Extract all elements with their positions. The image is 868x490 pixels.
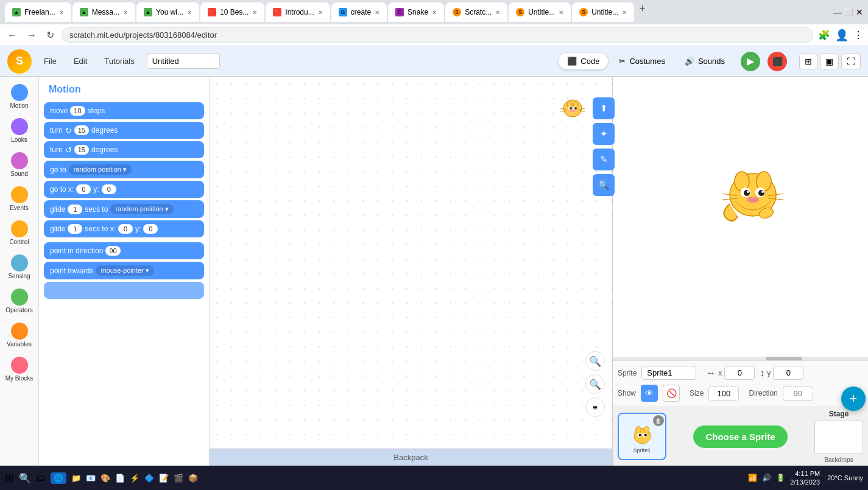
notepad-taskbar-icon[interactable]: 📝	[159, 474, 169, 483]
tab-close-you[interactable]: ✕	[187, 9, 192, 16]
tools-button1[interactable]: ✦	[593, 123, 615, 145]
search-button[interactable]: 🔍	[593, 174, 615, 196]
category-control[interactable]: Control	[2, 218, 37, 248]
block-point-dir[interactable]: point in direction 90	[44, 242, 204, 259]
tutorials-menu[interactable]: Tutorials	[99, 54, 139, 68]
block-move-steps[interactable]: 10	[70, 106, 85, 116]
back-button[interactable]: ←	[5, 29, 19, 42]
tab-intro[interactable]: 🔴 Introdu... ✕	[266, 2, 330, 22]
tab-close-10best[interactable]: ✕	[252, 9, 257, 16]
battery-icon[interactable]: 🔋	[776, 474, 785, 482]
tab-snake[interactable]: C Snake ✕	[388, 2, 444, 22]
block-turn-left[interactable]: turn ↺ 15 degrees	[44, 141, 204, 158]
volume-icon[interactable]: 🔊	[762, 474, 771, 482]
vscode-taskbar-icon[interactable]: ⚡	[130, 474, 139, 483]
tab-freelancer[interactable]: ▲ Freelan... ✕	[5, 2, 71, 22]
profile-icon[interactable]: 👤	[835, 29, 849, 42]
sprite-y-input[interactable]	[773, 366, 803, 380]
tab-close-untitled2[interactable]: ✕	[622, 9, 627, 16]
block-glide-secs[interactable]: 1	[68, 205, 82, 214]
tab-costumes[interactable]: ✂ Costumes	[610, 53, 674, 69]
block-turn-left-deg[interactable]: 15	[74, 145, 89, 155]
files-taskbar-icon[interactable]: 📁	[71, 474, 81, 483]
view-wide-button[interactable]: ▣	[820, 54, 839, 69]
script-area[interactable]: 🔍 🔍 ≡ Backpack	[210, 77, 612, 466]
tab-sounds[interactable]: 🔊 Sounds	[676, 53, 733, 69]
category-operators[interactable]: Operators	[2, 286, 37, 317]
stage-scrollbar[interactable]	[613, 357, 868, 360]
tab-close-untitled1[interactable]: ✕	[559, 9, 563, 16]
sprite-name-input[interactable]	[641, 366, 696, 380]
view-fullscreen-button[interactable]: ⛶	[841, 54, 861, 69]
sprite-thumb-1[interactable]: 🗑 Sprite1	[618, 413, 666, 460]
pen-button[interactable]: ✎	[593, 149, 615, 170]
extensions-icon[interactable]: 🧩	[818, 29, 830, 41]
upload-button[interactable]: ⬆	[593, 97, 615, 119]
green-flag-button[interactable]: ▶	[741, 52, 760, 71]
block-goto-xy[interactable]: go to x: 0 y: 0	[44, 181, 204, 198]
file-menu[interactable]: File	[39, 54, 62, 68]
tab-close-freelancer[interactable]: ✕	[59, 9, 64, 16]
url-bar[interactable]	[62, 27, 813, 43]
menu-icon[interactable]: ⋮	[853, 29, 863, 41]
tab-code[interactable]: ⬛ Code	[559, 53, 608, 69]
zoom-in-button[interactable]: 🔍	[585, 351, 605, 371]
minimize-button[interactable]: —	[833, 7, 842, 17]
tab-untitled2[interactable]: S Untitle... ✕	[572, 2, 634, 22]
block-turn-right-deg[interactable]: 15	[74, 125, 89, 135]
block-goto-x[interactable]: 0	[76, 184, 91, 194]
show-hidden-button[interactable]: 🚫	[663, 385, 680, 402]
network-icon[interactable]: 📶	[748, 474, 757, 482]
docs-taskbar-icon[interactable]: 📄	[115, 474, 125, 483]
tab-close-scratch1[interactable]: ✕	[495, 9, 500, 16]
tab-scratch1[interactable]: S Scratc... ✕	[445, 2, 507, 22]
zoom-reset-button[interactable]: ≡	[585, 397, 605, 417]
close-window-button[interactable]: ✕	[856, 7, 863, 17]
block-glide-xy[interactable]: glide 1 secs to x: 0 y: 0	[44, 220, 204, 237]
block-goto-pos[interactable]: go to random position ▾	[44, 161, 204, 178]
tab-close-intro[interactable]: ✕	[318, 9, 323, 16]
tab-close-snake[interactable]: ✕	[432, 9, 437, 16]
stop-button[interactable]: ⬛	[767, 52, 787, 71]
block-glide-pos[interactable]: glide 1 secs to random position ▾	[44, 200, 204, 218]
task-view-button[interactable]: 🗂	[36, 472, 46, 483]
direction-input[interactable]	[783, 387, 813, 401]
tab-close-messages[interactable]: ✕	[123, 9, 128, 16]
block-move[interactable]: move 10 steps	[44, 102, 204, 119]
maximize-button[interactable]: ⬜	[844, 8, 853, 16]
category-sound[interactable]: Sound	[2, 150, 37, 180]
size-input[interactable]	[708, 387, 739, 401]
refresh-button[interactable]: ↻	[44, 28, 57, 42]
video-taskbar-icon[interactable]: 🎬	[174, 474, 183, 483]
block-turn-right[interactable]: turn ↻ 15 degrees	[44, 122, 204, 139]
block-glide-xy-y[interactable]: 0	[143, 224, 158, 234]
package-taskbar-icon[interactable]: 📦	[188, 474, 198, 483]
start-button[interactable]: ⊞	[5, 471, 14, 485]
forward-button[interactable]: →	[24, 29, 39, 42]
app1-taskbar-icon[interactable]: 🔷	[144, 474, 154, 483]
block-glide-xy-x[interactable]: 0	[118, 224, 133, 234]
block-point-towards-dropdown[interactable]: mouse-pointer ▾	[96, 265, 153, 276]
mail-taskbar-icon[interactable]: 📧	[86, 474, 96, 483]
block-goto-y[interactable]: 0	[102, 184, 116, 194]
category-sensing[interactable]: Sensing	[2, 252, 37, 282]
tab-close-create[interactable]: ✕	[375, 9, 379, 16]
category-events[interactable]: Events	[2, 184, 37, 214]
new-tab-button[interactable]: +	[635, 2, 649, 22]
show-visible-button[interactable]: 👁	[641, 385, 658, 402]
search-taskbar-button[interactable]: 🔍	[19, 472, 31, 484]
tab-messages[interactable]: ▲ Messa... ✕	[72, 2, 135, 22]
view-normal-button[interactable]: ⊞	[799, 54, 817, 69]
sprite-x-input[interactable]	[724, 366, 755, 380]
category-motion[interactable]: Motion	[2, 82, 37, 112]
sprite-delete-button[interactable]: 🗑	[653, 415, 664, 426]
block-point-dir-val[interactable]: 90	[105, 246, 120, 256]
choose-sprite-button[interactable]: Choose a Sprite	[693, 425, 787, 448]
block-point-towards[interactable]: point towards mouse-pointer ▾	[44, 262, 204, 279]
canva-taskbar-icon[interactable]: 🎨	[101, 474, 110, 483]
tab-create[interactable]: G create ✕	[331, 2, 387, 22]
category-myblocks[interactable]: My Blocks	[2, 354, 37, 385]
tab-you[interactable]: ▲ You wi... ✕	[136, 2, 199, 22]
project-title-input[interactable]	[147, 54, 220, 69]
chrome-taskbar-icon[interactable]: 🌐	[51, 472, 66, 484]
